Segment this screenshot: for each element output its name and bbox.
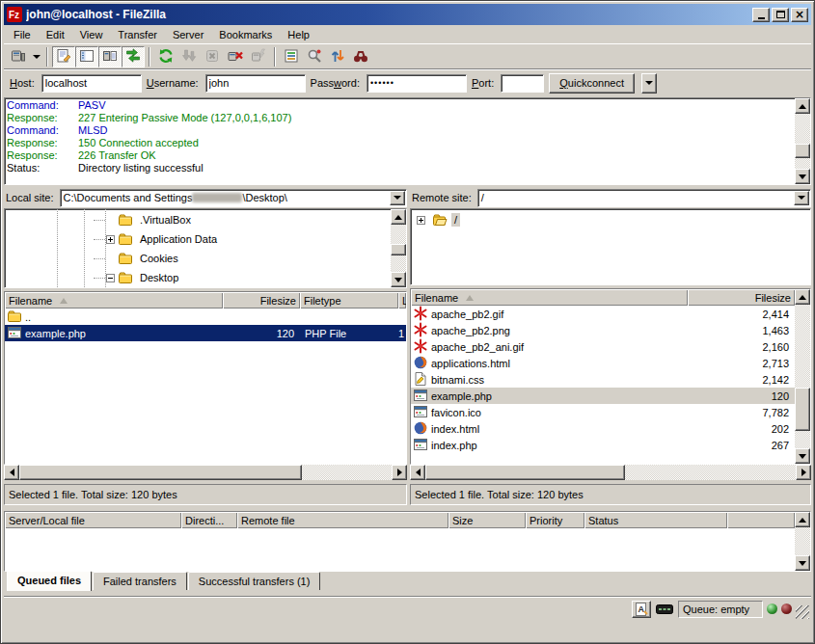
tab-failed-transfers[interactable]: Failed transfers	[93, 572, 187, 590]
queue-column-header-status[interactable]: Status	[584, 512, 727, 528]
local-column-header-filename[interactable]: Filename	[5, 292, 223, 309]
file-row-bitnami-css[interactable]: bitnami.css2,142	[411, 371, 795, 388]
file-row--[interactable]: ..	[5, 309, 406, 325]
file-row-index-html[interactable]: index.html202	[411, 420, 795, 437]
remote-path-dropdown-button[interactable]	[794, 191, 809, 205]
scroll-thumb[interactable]	[795, 388, 810, 431]
data-type-indicator-icon[interactable]: A	[632, 601, 651, 618]
file-row-example-php[interactable]: example.php120PHP File1	[5, 325, 406, 341]
refresh-button[interactable]	[154, 46, 177, 67]
remote-column-header-filesize[interactable]: Filesize	[688, 289, 795, 306]
menu-item-help[interactable]: Help	[280, 27, 317, 42]
local-tree-scrollbar[interactable]	[391, 209, 406, 287]
scroll-up-button[interactable]	[795, 289, 810, 305]
queue-column-header-priority[interactable]: Priority	[526, 512, 584, 528]
tree-item-cookies[interactable]: Cookies	[5, 249, 391, 268]
menu-item-transfer[interactable]: Transfer	[110, 27, 165, 42]
scroll-track[interactable]	[795, 305, 810, 448]
toggle-message-log-button[interactable]	[52, 46, 75, 67]
scroll-track[interactable]	[19, 465, 392, 480]
local-path-combobox[interactable]: C:\Documents and Settings\Desktop\	[60, 189, 407, 207]
tree-item-desktop[interactable]: Desktop	[5, 268, 391, 287]
scroll-up-button[interactable]	[391, 209, 406, 225]
directory-filters-button[interactable]	[280, 46, 303, 67]
file-row-apache-pb2-gif[interactable]: apache_pb2.gif2,414	[411, 306, 795, 322]
remote-horizontal-scrollbar[interactable]	[410, 465, 811, 480]
file-row-apache-pb2-ani-gif[interactable]: apache_pb2_ani.gif2,160	[411, 338, 795, 355]
queue-column-header-blank[interactable]	[727, 512, 795, 528]
toggle-local-tree-button[interactable]	[75, 46, 98, 67]
remote-path-combobox[interactable]: /	[477, 189, 811, 207]
host-input[interactable]	[41, 74, 142, 93]
scroll-up-button[interactable]	[795, 98, 810, 114]
port-input[interactable]	[501, 74, 544, 93]
menu-item-view[interactable]: View	[72, 27, 111, 42]
file-row-apache-pb2-png[interactable]: apache_pb2.png1,463	[411, 322, 795, 338]
scroll-left-button[interactable]	[410, 465, 425, 480]
scroll-thumb[interactable]	[19, 465, 302, 480]
speed-limit-icon[interactable]	[655, 601, 674, 618]
disconnect-button[interactable]	[224, 46, 247, 67]
queue-column-header-remote-file[interactable]: Remote file	[237, 512, 448, 528]
tree-item-root[interactable]: /	[411, 210, 810, 229]
cancel-operation-button[interactable]	[201, 46, 224, 67]
remote-column-header-filename[interactable]: Filename	[411, 289, 688, 306]
scroll-down-button[interactable]	[795, 448, 810, 464]
queue-column-header-server-local-file[interactable]: Server/Local file	[5, 512, 181, 528]
local-column-header-l[interactable]: L	[398, 292, 406, 309]
file-row-index-php[interactable]: index.php267	[411, 437, 795, 453]
minimize-button[interactable]	[752, 8, 770, 22]
quickconnect-dropdown-button[interactable]	[641, 73, 657, 94]
password-input[interactable]	[367, 74, 467, 93]
queue-column-header-size[interactable]: Size	[448, 512, 526, 528]
queue-column-header-directi-[interactable]: Directi...	[181, 512, 237, 528]
scroll-down-button[interactable]	[391, 272, 406, 287]
toggle-remote-tree-button[interactable]	[98, 46, 122, 67]
file-row-example-php[interactable]: example.php120	[411, 388, 795, 404]
local-horizontal-scrollbar[interactable]	[4, 465, 407, 480]
message-log-scrollbar[interactable]	[795, 98, 810, 184]
remote-list-scrollbar[interactable]	[795, 289, 810, 464]
scroll-right-button[interactable]	[392, 465, 407, 480]
process-queue-button[interactable]	[177, 46, 201, 67]
reconnect-button[interactable]	[247, 46, 270, 67]
maximize-button[interactable]	[772, 8, 789, 22]
tree-item--virtualbox[interactable]: .VirtualBox	[5, 210, 391, 229]
menu-item-file[interactable]: File	[6, 27, 39, 42]
menu-item-server[interactable]: Server	[165, 27, 211, 42]
menu-item-bookmarks[interactable]: Bookmarks	[211, 27, 280, 42]
scroll-thumb[interactable]	[391, 244, 406, 255]
tab-queued-files[interactable]: Queued files	[7, 571, 92, 591]
scroll-track[interactable]	[795, 114, 810, 169]
tab-successful-transfers-1-[interactable]: Successful transfers (1)	[188, 572, 321, 590]
synchronized-browsing-button[interactable]	[326, 46, 349, 67]
directory-comparison-button[interactable]	[303, 46, 326, 67]
scroll-up-button[interactable]	[795, 512, 810, 527]
queue-scrollbar[interactable]	[795, 512, 810, 571]
scroll-track[interactable]	[795, 527, 810, 555]
username-input[interactable]	[205, 74, 306, 93]
scroll-thumb[interactable]	[795, 144, 810, 157]
expand-toggle[interactable]	[106, 235, 115, 244]
find-files-button[interactable]	[349, 46, 372, 67]
collapse-toggle[interactable]	[106, 274, 115, 282]
file-row-applications-html[interactable]: applications.html2,713	[411, 355, 795, 371]
local-column-header-filetype[interactable]: Filetype	[300, 292, 398, 309]
local-path-dropdown-button[interactable]	[390, 191, 405, 205]
toggle-transfer-queue-button[interactable]	[122, 46, 145, 67]
close-button[interactable]: ×	[791, 8, 808, 22]
file-row-favicon-ico[interactable]: favicon.ico7,782	[411, 404, 795, 420]
scroll-thumb[interactable]	[425, 465, 625, 480]
scroll-down-button[interactable]	[795, 169, 810, 184]
site-manager-dropdown-button[interactable]	[30, 46, 42, 67]
quickconnect-button[interactable]: Quickconnect	[549, 73, 635, 94]
expand-toggle[interactable]	[417, 216, 425, 225]
scroll-left-button[interactable]	[4, 465, 19, 480]
scroll-right-button[interactable]	[796, 465, 811, 480]
scroll-track[interactable]	[425, 465, 796, 480]
local-column-header-filesize[interactable]: Filesize	[223, 292, 300, 309]
resize-grip[interactable]	[796, 605, 809, 619]
scroll-track[interactable]	[391, 225, 406, 272]
menu-item-edit[interactable]: Edit	[39, 27, 72, 42]
tree-item-application-data[interactable]: Application Data	[5, 229, 391, 249]
